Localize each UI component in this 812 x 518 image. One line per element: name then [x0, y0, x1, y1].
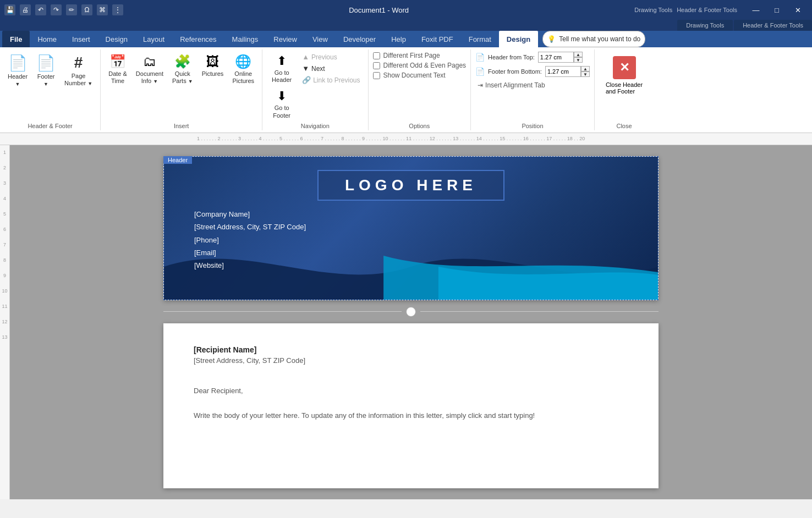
tab-layout[interactable]: Layout — [135, 31, 172, 47]
quick-access-toolbar[interactable]: 💾 🖨 ↶ ↷ ✏ Ω ⌘ ⋮ — [4, 4, 123, 15]
tab-design-doc[interactable]: Design — [98, 31, 135, 47]
page-number-label: PageNumber ▼ — [64, 73, 92, 87]
tab-references[interactable]: References — [172, 31, 224, 47]
different-odd-even-checkbox[interactable]: Different Odd & Even Pages — [373, 62, 467, 69]
pictures-label: Pictures — [202, 70, 224, 78]
company-website: [Website] — [194, 259, 306, 272]
different-first-page-checkbox[interactable]: Different First Page — [373, 52, 467, 59]
quick-parts-button[interactable]: 🧩 QuickParts ▼ — [169, 52, 196, 87]
close-buttons: ✕ Close Headerand Footer — [599, 49, 649, 122]
prevnext-buttons: ▲ Previous ▼ Next 🔗 Link to Previous — [299, 52, 363, 85]
company-email: [Email] — [194, 246, 306, 259]
tell-me-input[interactable]: 💡 Tell me what you want to do — [542, 31, 645, 47]
draw-icon[interactable]: ✏ — [66, 4, 77, 15]
link-to-previous-button[interactable]: 🔗 Link to Previous — [299, 75, 363, 85]
close-header-footer-button[interactable]: ✕ Close Headerand Footer — [599, 52, 649, 99]
maximize-button[interactable]: □ — [767, 0, 787, 20]
window-controls[interactable]: — □ ✕ — [746, 0, 808, 20]
title-bar: 💾 🖨 ↶ ↷ ✏ Ω ⌘ ⋮ Document1 - Word Drawing… — [0, 0, 812, 20]
insert-group-label: Insert — [174, 122, 189, 130]
tab-design[interactable]: Design — [499, 31, 538, 47]
goto-header-button[interactable]: ⬆ Go toHeader — [267, 52, 297, 86]
salutation[interactable]: Dear Recipient, — [194, 387, 628, 395]
goto-footer-button[interactable]: ⬇ Go toFooter — [267, 87, 297, 121]
document-info-button[interactable]: 🗂 DocumentInfo ▼ — [133, 52, 167, 87]
contact-info: [Company Name] [Street Address, City, ST… — [194, 208, 306, 272]
position-controls: 📄 Header from Top: ▲ ▼ 📄 Footer from Bot… — [475, 49, 590, 90]
recipient-name[interactable]: [Recipient Name] — [194, 345, 628, 354]
show-document-text-label: Show Document Text — [383, 71, 446, 79]
tab-home[interactable]: Home — [30, 31, 64, 47]
hf-tools-label: Header & Footer Tools — [677, 7, 737, 13]
header-button[interactable]: 📄 Header▼ — [4, 52, 31, 90]
logo-box[interactable]: LOGO HERE — [317, 170, 504, 201]
prev-label: Previous — [311, 53, 337, 61]
different-odd-even-input[interactable] — [373, 62, 380, 69]
close-window-button[interactable]: ✕ — [788, 0, 808, 20]
macro-icon[interactable]: ⌘ — [97, 4, 108, 15]
minimize-button[interactable]: — — [746, 0, 766, 20]
footer-icon: 📄 — [36, 54, 56, 71]
body-page: [Recipient Name] [Street Address, City, … — [163, 323, 659, 488]
date-time-button[interactable]: 📅 Date &Time — [105, 52, 130, 87]
document-page: Header ⚓ LOGO HERE — [163, 156, 659, 300]
show-document-text-checkbox[interactable]: Show Document Text — [373, 71, 467, 79]
goto-buttons: ⬆ Go toHeader ⬇ Go toFooter — [267, 52, 297, 122]
different-first-page-input[interactable] — [373, 52, 380, 59]
drawing-tools-tab[interactable]: Drawing Tools — [677, 20, 733, 31]
show-document-text-input[interactable] — [373, 72, 380, 79]
header-from-top-input[interactable] — [538, 52, 574, 63]
footer-from-bottom-label: Footer from Bottom: — [488, 68, 542, 75]
header-icon: 📄 — [8, 54, 28, 71]
footer-spinner[interactable]: ▲ ▼ — [581, 66, 590, 77]
save-icon[interactable]: 💾 — [4, 4, 15, 15]
header-spin-down[interactable]: ▼ — [574, 57, 583, 63]
header-region[interactable]: Header ⚓ LOGO HERE — [163, 156, 659, 300]
tab-help[interactable]: Help — [383, 31, 414, 47]
header-label: Header — [163, 156, 192, 164]
footer-button[interactable]: 📄 Footer▼ — [33, 52, 59, 90]
hf-tools-tab[interactable]: Header & Footer Tools — [734, 20, 812, 31]
header-spin-up[interactable]: ▲ — [574, 52, 583, 57]
recipient-address[interactable]: [Street Address, City, ST ZIP Code] — [194, 356, 628, 365]
body-text[interactable]: Write the body of your letter here. To u… — [194, 410, 628, 422]
next-button[interactable]: ▼ Next — [299, 63, 363, 74]
autosave-icon[interactable]: 🖨 — [20, 4, 31, 15]
pictures-button[interactable]: 🖼 Pictures — [199, 52, 227, 80]
header-position-icon: 📄 — [475, 53, 485, 62]
company-phone: [Phone] — [194, 234, 306, 246]
insert-alignment-tab-button[interactable]: ⇥ Insert Alignment Tab — [475, 80, 590, 90]
redo-icon[interactable]: ↷ — [51, 4, 62, 15]
tab-mailings[interactable]: Mailings — [224, 31, 266, 47]
tab-file[interactable]: File — [2, 31, 30, 47]
header-from-top-row: 📄 Header from Top: ▲ ▼ — [475, 52, 590, 63]
footer-spin-down[interactable]: ▼ — [581, 71, 590, 77]
tab-insert[interactable]: Insert — [64, 31, 98, 47]
footer-from-bottom-input[interactable] — [545, 66, 581, 77]
header-spinner[interactable]: ▲ ▼ — [574, 52, 583, 63]
close-x-icon: ✕ — [613, 56, 636, 79]
sep-line-left — [163, 311, 402, 312]
prev-icon: ▲ — [302, 53, 309, 61]
footer-position-icon: 📄 — [475, 67, 485, 76]
different-odd-even-label: Different Odd & Even Pages — [383, 62, 467, 69]
next-label: Next — [311, 65, 325, 73]
customize-icon[interactable]: ⋮ — [112, 4, 123, 15]
tab-review[interactable]: Review — [266, 31, 305, 47]
header-label: Header▼ — [8, 73, 28, 87]
sep-line-right — [420, 311, 659, 312]
page-number-button[interactable]: # PageNumber ▼ — [61, 52, 96, 89]
online-pictures-button[interactable]: 🌐 OnlinePictures — [229, 52, 257, 87]
tab-format[interactable]: Format — [461, 31, 499, 47]
previous-button[interactable]: ▲ Previous — [299, 52, 363, 62]
undo-icon[interactable]: ↶ — [35, 4, 46, 15]
tab-developer[interactable]: Developer — [336, 31, 383, 47]
omega-icon[interactable]: Ω — [81, 4, 92, 15]
tab-view[interactable]: View — [305, 31, 336, 47]
online-pictures-label: OnlinePictures — [232, 70, 254, 85]
tab-foxit[interactable]: Foxit PDF — [414, 31, 461, 47]
footer-spin-up[interactable]: ▲ — [581, 66, 590, 71]
different-first-page-label: Different First Page — [383, 52, 440, 59]
nav-buttons: ⬆ Go toHeader ⬇ Go toFooter ▲ Previous ▼… — [267, 49, 363, 122]
goto-header-label: Go toHeader — [272, 69, 292, 84]
